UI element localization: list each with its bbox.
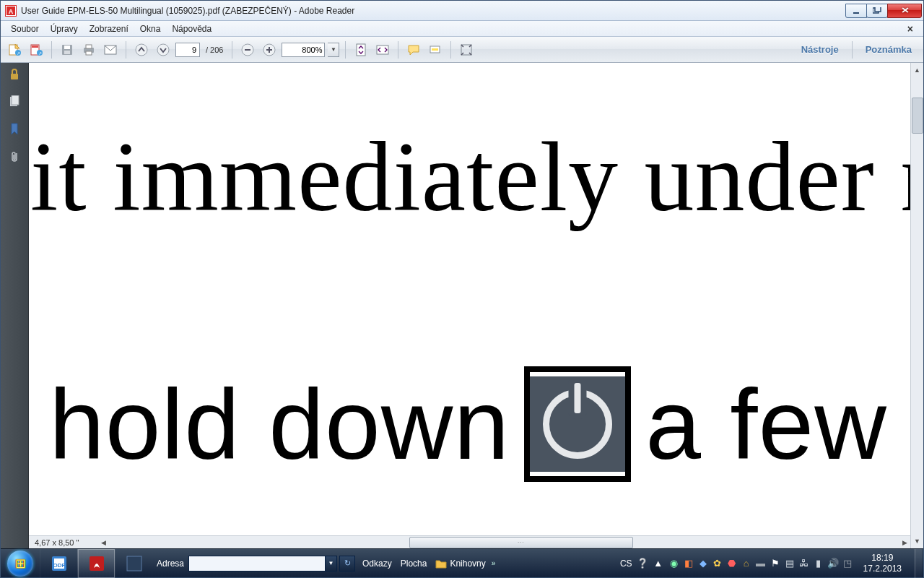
fit-page-icon[interactable] (352, 40, 370, 59)
highlight-icon[interactable] (426, 40, 445, 59)
scroll-down-icon[interactable]: ▼ (914, 535, 920, 547)
taskbar-app-3[interactable] (115, 549, 152, 578)
toolbar-sep (126, 41, 126, 59)
zoom-level-label: 800% (302, 46, 322, 54)
scroll-right-icon[interactable]: ▶ (899, 539, 910, 546)
link-plocha[interactable]: Plocha (401, 558, 427, 569)
document-text: a few secon (645, 367, 910, 482)
svg-point-22 (157, 44, 169, 56)
tray-icon[interactable]: ⬣ (726, 558, 738, 569)
comment-panel-button[interactable]: Poznámka (858, 41, 919, 58)
zoom-out-icon[interactable] (238, 40, 257, 59)
svg-rect-19 (86, 51, 92, 55)
vscroll[interactable]: ▲ ▼ (910, 63, 923, 548)
clock[interactable]: 18:19 17.2.2013 (858, 553, 907, 574)
address-dropdown-icon[interactable]: ▼ (326, 556, 337, 571)
tray-icon[interactable]: ▤ (784, 558, 796, 569)
close-button[interactable]: ✕ (887, 4, 922, 18)
page-view[interactable]: it immediately under norma hold down a f… (29, 63, 910, 535)
tray-icon[interactable]: ⌂ (741, 558, 752, 569)
clock-date: 17.2.2013 (863, 564, 902, 574)
menu-upravy[interactable]: Úpravy (45, 22, 84, 35)
page-number-input[interactable] (175, 43, 200, 57)
language-indicator[interactable]: CS (620, 558, 632, 569)
lock-icon[interactable] (7, 67, 22, 82)
comment-icon[interactable] (404, 40, 423, 59)
menu-okna[interactable]: Okna (134, 22, 167, 35)
document-text-line: it immediately under norma (30, 119, 910, 234)
menu-zobrazeni[interactable]: Zobrazení (84, 22, 134, 35)
zoom-dropdown-icon[interactable]: ▼ (328, 43, 339, 57)
titlebar[interactable]: A User Guide EPM-ELS-50 Multilingual (10… (1, 1, 923, 21)
show-desktop-button[interactable] (915, 549, 922, 578)
page-total-label: / 206 (203, 46, 226, 54)
folder-icon (435, 558, 447, 569)
tray-icon[interactable]: ◳ (842, 558, 853, 569)
action-center-icon[interactable]: ⚑ (770, 558, 781, 569)
task-links: Odkazy Plocha Knihovny (362, 558, 486, 569)
toolbar-sep (450, 41, 451, 59)
network-icon[interactable]: 🖧 (798, 558, 810, 569)
address-toolbar: Adresa ▼ ↻ (157, 555, 355, 572)
battery-icon[interactable]: ▮ (813, 558, 824, 569)
clock-time: 18:19 (863, 553, 902, 563)
zoom-level-box[interactable]: 800% (282, 43, 325, 57)
toolbar-sep (398, 41, 398, 59)
email-icon[interactable] (101, 40, 120, 59)
toolbar-overflow-icon[interactable]: » (492, 559, 496, 567)
svg-text:↗: ↗ (17, 51, 20, 56)
maximize-button[interactable] (866, 4, 888, 18)
link-odkazy[interactable]: Odkazy (362, 558, 392, 569)
tray-icon[interactable]: ◉ (668, 558, 680, 569)
hscroll-thumb[interactable]: ··· (409, 537, 633, 548)
system-tray: CS ❔ ▲ ◉ ◧ ◆ ✿ ⬣ ⌂ ▬ ⚑ ▤ 🖧 ▮ 🔊 ◳ 18:19 1… (619, 549, 923, 578)
tray-chevron-icon[interactable]: ▲ (653, 558, 664, 569)
save-icon[interactable] (58, 40, 77, 59)
read-mode-icon[interactable] (457, 40, 476, 59)
svg-rect-33 (11, 74, 18, 79)
link-knihovny[interactable]: Knihovny (435, 558, 485, 569)
bookmark-icon[interactable] (7, 122, 22, 137)
window-title: User Guide EPM-ELS-50 Multilingual (1059… (21, 6, 846, 16)
help-tray-icon[interactable]: ❔ (637, 558, 648, 569)
thumbnails-icon[interactable] (7, 95, 22, 109)
address-go-icon[interactable]: ↻ (339, 556, 355, 571)
print-icon[interactable] (79, 40, 98, 59)
tray-icon[interactable]: ◧ (683, 558, 694, 569)
attachments-icon[interactable] (7, 150, 22, 164)
volume-icon[interactable]: 🔊 (827, 558, 839, 569)
document-text-line: hold down a few secon (49, 352, 910, 496)
taskbar-app-1[interactable]: ODF (40, 549, 77, 578)
fit-width-icon[interactable] (373, 40, 392, 59)
window-controls: ✕ (846, 4, 922, 18)
scroll-up-icon[interactable]: ▲ (914, 64, 920, 76)
svg-rect-40 (127, 556, 141, 571)
menu-napoveda[interactable]: Nápověda (166, 22, 217, 35)
taskbar-adobe-reader[interactable] (77, 549, 115, 578)
menu-soubor[interactable]: Soubor (5, 22, 45, 35)
toolbar: ↗ ↗ / 206 800% ▼ Nástroje Poznámka (1, 37, 923, 63)
tray-icon[interactable]: ▬ (755, 558, 767, 569)
vscroll-thumb[interactable] (912, 98, 923, 134)
tray-icon[interactable]: ✿ (712, 558, 723, 569)
document-area: it immediately under norma hold down a f… (29, 63, 910, 548)
address-input[interactable] (188, 556, 326, 571)
export-pdf-icon[interactable]: ↗ (5, 40, 24, 59)
taskbar: ODF Adresa ▼ ↻ Odkazy Plocha Knihovny » … (1, 548, 923, 577)
tray-icon[interactable]: ◆ (697, 558, 709, 569)
svg-rect-24 (245, 49, 250, 51)
zoom-in-icon[interactable] (260, 40, 279, 59)
page-up-icon[interactable] (132, 40, 151, 59)
svg-rect-11 (32, 46, 38, 48)
toolbar-sep (51, 41, 52, 59)
start-button[interactable] (1, 549, 40, 578)
page-down-icon[interactable] (154, 40, 173, 59)
svg-rect-18 (86, 45, 92, 48)
svg-rect-31 (432, 48, 438, 51)
hscroll-track[interactable]: ··· (109, 537, 899, 548)
create-pdf-icon[interactable]: ↗ (27, 40, 45, 59)
close-document-button[interactable]: × (902, 22, 919, 36)
tools-panel-button[interactable]: Nástroje (794, 41, 846, 58)
minimize-button[interactable] (845, 4, 867, 18)
scroll-left-icon[interactable]: ◀ (97, 539, 109, 546)
